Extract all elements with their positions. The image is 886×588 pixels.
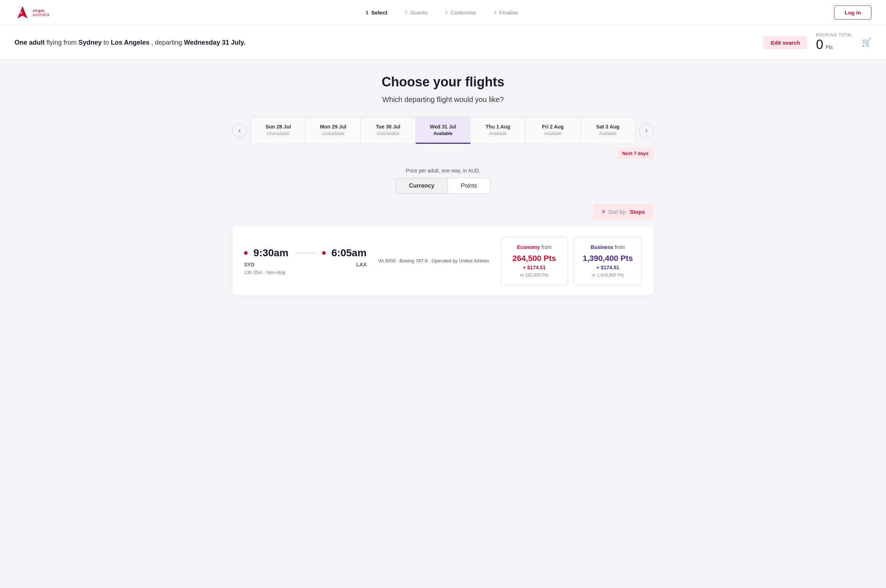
economy-pts: 264,500 Pts xyxy=(510,254,559,263)
airports: SYD LAX xyxy=(244,262,366,267)
sort-bar: ≡ Sort by: Stops xyxy=(233,204,653,219)
currency-toggle-button[interactable]: Currency xyxy=(395,178,448,194)
date-tab-4[interactable]: Thu 1 Aug Available xyxy=(471,117,526,144)
date-label-6: Sat 3 Aug xyxy=(584,124,631,130)
date-tab-3[interactable]: Wed 31 Jul Available xyxy=(416,117,471,144)
flight-details: VA 8000 · Boeing 787-9 · Operated by Uni… xyxy=(378,257,489,265)
step-num-3: 3 xyxy=(445,10,448,15)
next-7-button[interactable]: Next 7 days xyxy=(617,148,653,159)
date-selector: ‹ Sun 28 Jul Unavailable Mon 29 Jul Unav… xyxy=(233,117,653,144)
date-label-5: Fri 2 Aug xyxy=(529,124,576,130)
page-title: Choose your flights xyxy=(233,74,653,90)
main-content: Choose your flights Which departing flig… xyxy=(225,60,661,310)
dep-dot xyxy=(244,251,248,255)
dep-airport: SYD xyxy=(244,262,255,267)
sort-value: Stops xyxy=(630,209,645,215)
prev-dates-button[interactable]: ‹ xyxy=(233,123,247,138)
booking-total-pts: Pts xyxy=(825,44,833,50)
business-fare-box[interactable]: Business from 1,390,400 Pts + $174.51 or… xyxy=(574,237,642,285)
avail-label-3: Available xyxy=(419,131,467,136)
departure-time: 9:30am xyxy=(254,247,289,259)
login-button[interactable]: Log in xyxy=(834,6,871,20)
fare-boxes: Economy from 264,500 Pts + $174.51 or 29… xyxy=(501,237,642,285)
business-or: or 1,419,800 Pts xyxy=(583,273,633,278)
page-subtitle: Which departing flight would you like? xyxy=(233,96,653,104)
arrival-time: 6:05am xyxy=(332,247,367,259)
date-label-0: Sun 28 Jul xyxy=(255,124,302,130)
booking-bar: One adult flying from Sydney to Los Ange… xyxy=(0,26,886,60)
logo-text: australia xyxy=(33,13,50,17)
route-line xyxy=(294,253,316,253)
avail-label-4: Available xyxy=(474,131,521,136)
nav-steps: 1 Select 2 Guests 3 Customise 4 Finalise xyxy=(366,9,518,16)
date-tabs: Sun 28 Jul Unavailable Mon 29 Jul Unavai… xyxy=(251,117,635,144)
economy-or: or 293,900 Pts xyxy=(510,273,559,278)
avail-label-2: Unavailable xyxy=(365,131,412,136)
next-dates-button[interactable]: › xyxy=(639,123,653,138)
step-num-4: 4 xyxy=(494,10,496,15)
economy-class-label: Economy from xyxy=(510,244,559,250)
destination-city: Los Angeles xyxy=(111,39,149,46)
nav-step-guests[interactable]: 2 Guests xyxy=(405,9,428,16)
booking-total-value: 0 Pts xyxy=(816,37,853,52)
sort-icon: ≡ xyxy=(602,208,605,215)
route-times: 9:30am 6:05am xyxy=(244,247,366,259)
flight-card-0: 9:30am 6:05am SYD LAX 13h 35m · Non-stop… xyxy=(233,226,653,296)
flight-route: 9:30am 6:05am SYD LAX 13h 35m · Non-stop xyxy=(244,247,366,275)
flight-duration: 13h 35m · Non-stop xyxy=(244,270,366,275)
origin-city: Sydney xyxy=(78,39,102,46)
nav-step-finalise[interactable]: 4 Finalise xyxy=(494,9,518,16)
date-tab-1[interactable]: Mon 29 Jul Unavailable xyxy=(306,117,360,144)
step-label-customise: Customise xyxy=(451,9,476,16)
date-label-1: Mon 29 Jul xyxy=(309,124,357,130)
economy-from-label: from xyxy=(541,244,551,250)
booking-total-label: BOOKING TOTAL xyxy=(816,33,853,37)
booking-right: Edit search BOOKING TOTAL 0 Pts 🛒 xyxy=(763,33,871,52)
virgin-logo-icon: V xyxy=(15,5,30,21)
business-class-label: Business from xyxy=(583,244,633,250)
logo: V virgin australia xyxy=(15,5,50,21)
cart-icon[interactable]: 🛒 xyxy=(862,38,871,47)
passenger-type: One adult xyxy=(15,39,45,46)
edit-search-button[interactable]: Edit search xyxy=(763,36,807,50)
price-toggle-group: Currency Points xyxy=(233,178,653,194)
sort-label: Sort by: xyxy=(608,209,627,215)
points-toggle-button[interactable]: Points xyxy=(448,178,490,194)
economy-plus: + $174.51 xyxy=(510,265,559,270)
date-label-2: Tue 30 Jul xyxy=(365,124,412,130)
arr-dot xyxy=(322,251,326,255)
booking-total: BOOKING TOTAL 0 Pts xyxy=(816,33,853,52)
avail-label-6: Available xyxy=(584,131,631,136)
business-pts: 1,390,400 Pts xyxy=(583,254,633,263)
header: V virgin australia 1 Select 2 Guests 3 C… xyxy=(0,0,886,26)
date-tab-0[interactable]: Sun 28 Jul Unavailable xyxy=(251,117,306,144)
nav-step-select[interactable]: 1 Select xyxy=(366,9,387,16)
date-tab-6[interactable]: Sat 3 Aug Available xyxy=(581,117,635,144)
business-plus: + $174.51 xyxy=(583,265,633,270)
nav-step-customise[interactable]: 3 Customise xyxy=(445,9,476,16)
step-label-finalise: Finalise xyxy=(499,9,518,16)
date-label-3: Wed 31 Jul xyxy=(419,124,467,130)
avail-label-5: Available xyxy=(529,131,576,136)
date-tab-5[interactable]: Fri 2 Aug Available xyxy=(526,117,580,144)
price-info: Price per adult, one-way, in AUD. xyxy=(233,168,653,174)
booking-description: flying from xyxy=(47,39,78,46)
avail-label-0: Unavailable xyxy=(255,131,302,136)
step-num-2: 2 xyxy=(405,10,407,15)
departure-date: Wednesday 31 July. xyxy=(184,39,245,46)
date-tab-2[interactable]: Tue 30 Jul Unavailable xyxy=(361,117,416,144)
step-num-1: 1 xyxy=(366,10,368,15)
booking-total-number: 0 xyxy=(816,37,823,52)
arr-airport: LAX xyxy=(356,262,366,267)
step-label-select: Select xyxy=(371,9,387,16)
sort-button[interactable]: ≡ Sort by: Stops xyxy=(593,204,653,219)
svg-text:V: V xyxy=(20,10,23,15)
business-from-label: from xyxy=(615,244,625,250)
step-label-guests: Guests xyxy=(410,9,428,16)
avail-label-1: Unavailable xyxy=(309,131,357,136)
svg-marker-0 xyxy=(17,6,28,18)
booking-info: One adult flying from Sydney to Los Ange… xyxy=(15,39,245,46)
date-label-4: Thu 1 Aug xyxy=(474,124,521,130)
economy-fare-box[interactable]: Economy from 264,500 Pts + $174.51 or 29… xyxy=(501,237,568,285)
